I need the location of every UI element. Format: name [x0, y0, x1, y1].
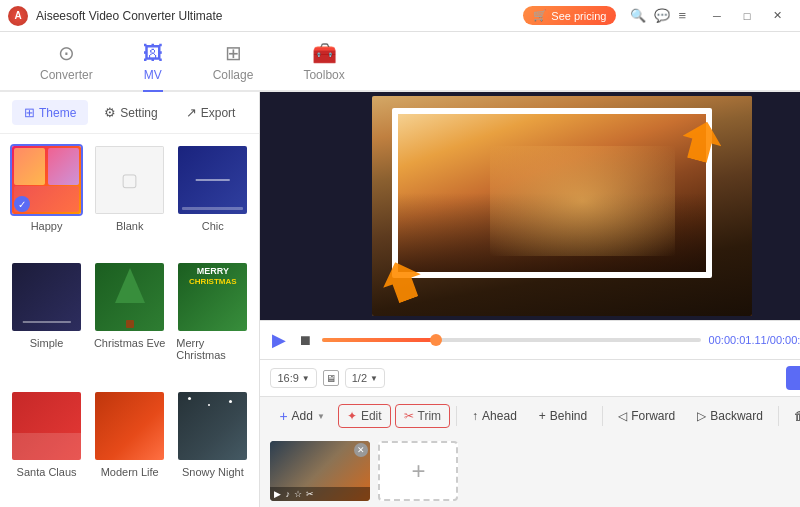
stop-button[interactable]: ⏹	[296, 330, 314, 350]
preview-area: ▷	[260, 92, 800, 320]
theme-item-santa-claus[interactable]: Santa Claus	[10, 390, 83, 497]
add-clip-button[interactable]: +	[378, 441, 458, 501]
quality-select[interactable]: 1/2 ▼	[345, 368, 385, 388]
nav-tabs: ⊙ Converter 🖼 MV ⊞ Collage 🧰 Toolbox	[0, 32, 800, 92]
toolbox-icon: 🧰	[312, 41, 337, 65]
theme-item-blank[interactable]: ▢ Blank	[93, 144, 166, 251]
theme-item-modern-life[interactable]: Modern Life	[93, 390, 166, 497]
sub-tabs: ⊞ Theme ⚙ Setting ↗ Export	[0, 92, 259, 134]
sub-tab-export[interactable]: ↗ Export	[174, 100, 248, 125]
left-panel: ⊞ Theme ⚙ Setting ↗ Export	[0, 92, 260, 507]
export-button[interactable]: Export	[786, 366, 800, 390]
theme-subtab-icon: ⊞	[24, 105, 35, 120]
close-button[interactable]: ✕	[762, 2, 792, 30]
sub-tab-theme[interactable]: ⊞ Theme	[12, 100, 88, 125]
tab-converter[interactable]: ⊙ Converter	[40, 41, 93, 92]
theme-item-chic[interactable]: Chic	[176, 144, 249, 251]
ahead-button[interactable]: ↑ Ahead	[463, 404, 526, 428]
theme-thumb-happy: ✓	[10, 144, 83, 216]
theme-label-modern-life: Modern Life	[101, 466, 159, 478]
tab-mv[interactable]: 🖼 MV	[143, 42, 163, 92]
tab-collage[interactable]: ⊞ Collage	[213, 41, 254, 92]
see-pricing-button[interactable]: 🛒 See pricing	[523, 6, 616, 25]
theme-item-christmas-eve[interactable]: Christmas Eve	[93, 261, 166, 380]
right-panel: ▷ ▶ ⏹ 00:00:01.11/00:00:07.22 🔊 16:9 ▼ 🖥…	[260, 92, 800, 507]
aspect-ratio-select[interactable]: 16:9 ▼	[270, 368, 316, 388]
quality-chevron-icon: ▼	[370, 374, 378, 383]
clip-controls: ▶ ♪ ☆ ✂	[270, 487, 370, 501]
theme-thumb-modern-life	[93, 390, 166, 462]
theme-thumb-christmas-eve	[93, 261, 166, 333]
app-title: Aiseesoft Video Converter Ultimate	[36, 9, 523, 23]
theme-thumb-snowy-night	[176, 390, 249, 462]
chat-icon[interactable]: 💬	[654, 8, 670, 23]
edit-icon: ✦	[347, 409, 357, 423]
collage-icon: ⊞	[225, 41, 242, 65]
setting-subtab-icon: ⚙	[104, 105, 116, 120]
theme-thumb-simple	[10, 261, 83, 333]
backward-button[interactable]: ▷ Backward	[688, 404, 772, 428]
add-button[interactable]: + Add ▼	[270, 403, 333, 429]
behind-button[interactable]: + Behind	[530, 404, 596, 428]
play-button[interactable]: ▶	[270, 327, 288, 353]
theme-item-merry-christmas[interactable]: MERRY CHRISTMAS Merry Christmas	[176, 261, 249, 380]
clip-star-icon: ☆	[294, 489, 302, 499]
theme-item-happy[interactable]: ✓ Happy	[10, 144, 83, 251]
maximize-button[interactable]: □	[732, 2, 762, 30]
minimize-button[interactable]: ─	[702, 2, 732, 30]
ahead-icon: ↑	[472, 409, 478, 423]
trim-button[interactable]: ✂ Trim	[395, 404, 451, 428]
theme-thumb-chic	[176, 144, 249, 216]
theme-item-simple[interactable]: Simple	[10, 261, 83, 380]
theme-label-chic: Chic	[202, 220, 224, 232]
theme-item-snowy-night[interactable]: Snowy Night	[176, 390, 249, 497]
theme-label-merry-christmas: Merry Christmas	[176, 337, 249, 361]
edit-button[interactable]: ✦ Edit	[338, 404, 391, 428]
tab-toolbox[interactable]: 🧰 Toolbox	[303, 41, 344, 92]
progress-dot	[430, 334, 442, 346]
converter-icon: ⊙	[58, 41, 75, 65]
chevron-down-icon: ▼	[302, 374, 310, 383]
theme-label-simple: Simple	[30, 337, 64, 349]
timeline-area: ✕ ▶ ♪ ☆ ✂ + 1 / 1	[260, 435, 800, 507]
toolbar-separator-3	[778, 406, 779, 426]
menu-icon[interactable]: ≡	[678, 8, 686, 23]
preview-frame	[372, 96, 752, 316]
clip-audio-icon: ♪	[285, 489, 290, 499]
theme-thumb-santa-claus	[10, 390, 83, 462]
progress-bar[interactable]	[322, 338, 700, 342]
forward-button[interactable]: ◁ Forward	[609, 404, 684, 428]
clip-play-icon: ▶	[274, 489, 281, 499]
monitor-icon: 🖥	[323, 370, 339, 386]
progress-fill	[322, 338, 435, 342]
theme-selected-check: ✓	[14, 196, 30, 212]
add-dropdown-icon: ▼	[317, 412, 325, 421]
theme-grid: ✓ Happy ▢ Blank Chi	[0, 134, 259, 507]
preview-inner-bg	[398, 114, 706, 272]
format-controls: 16:9 ▼ 🖥 1/2 ▼ Export	[260, 359, 800, 396]
theme-thumb-merry-christmas: MERRY CHRISTMAS	[176, 261, 249, 333]
theme-label-happy: Happy	[31, 220, 63, 232]
theme-label-blank: Blank	[116, 220, 144, 232]
timeline-clip[interactable]: ✕ ▶ ♪ ☆ ✂	[270, 441, 370, 501]
forward-icon: ◁	[618, 409, 627, 423]
theme-label-christmas-eve: Christmas Eve	[94, 337, 166, 349]
trim-icon: ✂	[404, 409, 414, 423]
theme-label-santa-claus: Santa Claus	[17, 466, 77, 478]
preview-inner-frame	[392, 108, 712, 278]
backward-icon: ▷	[697, 409, 706, 423]
search-icon[interactable]: 🔍	[630, 8, 646, 23]
sub-tab-setting[interactable]: ⚙ Setting	[92, 100, 169, 125]
theme-thumb-blank: ▢	[93, 144, 166, 216]
bottom-toolbar: + Add ▼ ✦ Edit ✂ Trim ↑ Ahead + Behind	[260, 396, 800, 435]
add-icon: +	[279, 408, 287, 424]
titlebar: A Aiseesoft Video Converter Ultimate 🛒 S…	[0, 0, 800, 32]
toolbar-separator	[456, 406, 457, 426]
toolbar-separator-2	[602, 406, 603, 426]
app-logo: A	[8, 6, 28, 26]
titlebar-icons: 🔍 💬 ≡	[630, 8, 686, 23]
behind-icon: +	[539, 409, 546, 423]
empty-button[interactable]: 🗑 Empty	[785, 404, 800, 428]
main-layout: ⊞ Theme ⚙ Setting ↗ Export	[0, 92, 800, 507]
trash-icon: 🗑	[794, 409, 800, 423]
